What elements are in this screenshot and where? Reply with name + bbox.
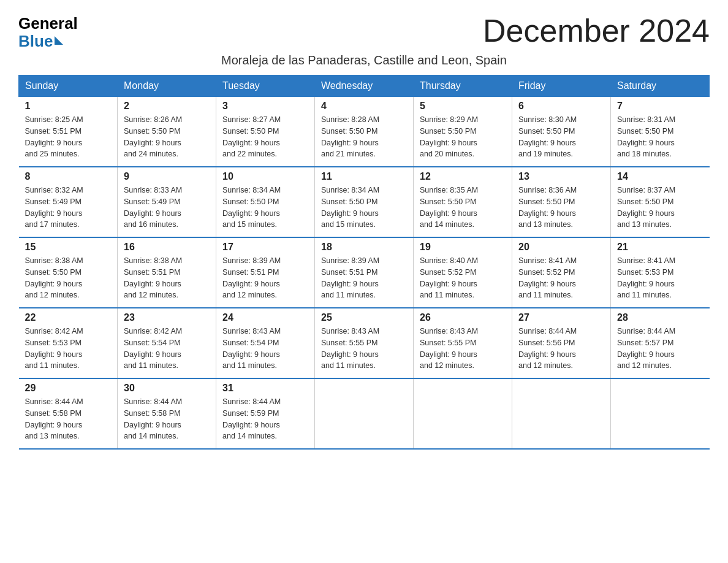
- day-info: Sunrise: 8:43 AM Sunset: 5:55 PM Dayligh…: [420, 326, 506, 372]
- header-monday: Monday: [118, 75, 216, 97]
- day-info: Sunrise: 8:39 AM Sunset: 5:51 PM Dayligh…: [222, 255, 308, 301]
- day-info: Sunrise: 8:41 AM Sunset: 5:53 PM Dayligh…: [617, 255, 703, 301]
- day-info: Sunrise: 8:44 AM Sunset: 5:58 PM Dayligh…: [25, 396, 112, 442]
- day-info: Sunrise: 8:44 AM Sunset: 5:59 PM Dayligh…: [222, 396, 308, 442]
- day-number: 16: [124, 242, 210, 253]
- logo-triangle-icon: [55, 36, 63, 45]
- day-number: 10: [222, 171, 308, 182]
- day-info: Sunrise: 8:43 AM Sunset: 5:54 PM Dayligh…: [222, 326, 308, 372]
- day-number: 30: [124, 383, 210, 394]
- day-info: Sunrise: 8:40 AM Sunset: 5:52 PM Dayligh…: [420, 255, 506, 301]
- calendar-cell: 30 Sunrise: 8:44 AM Sunset: 5:58 PM Dayl…: [118, 378, 216, 449]
- day-info: Sunrise: 8:38 AM Sunset: 5:51 PM Dayligh…: [124, 255, 210, 301]
- calendar-cell: 4 Sunrise: 8:28 AM Sunset: 5:50 PM Dayli…: [315, 97, 414, 167]
- day-info: Sunrise: 8:41 AM Sunset: 5:52 PM Dayligh…: [518, 255, 604, 301]
- day-info: Sunrise: 8:25 AM Sunset: 5:51 PM Dayligh…: [25, 114, 112, 160]
- calendar-cell: 22 Sunrise: 8:42 AM Sunset: 5:53 PM Dayl…: [19, 308, 118, 378]
- day-info: Sunrise: 8:35 AM Sunset: 5:50 PM Dayligh…: [420, 185, 506, 231]
- calendar-cell: 18 Sunrise: 8:39 AM Sunset: 5:51 PM Dayl…: [315, 237, 414, 308]
- day-number: 24: [222, 312, 308, 323]
- day-number: 1: [25, 101, 112, 112]
- calendar-cell: 31 Sunrise: 8:44 AM Sunset: 5:59 PM Dayl…: [216, 378, 315, 449]
- calendar-week-row: 22 Sunrise: 8:42 AM Sunset: 5:53 PM Dayl…: [19, 308, 710, 378]
- calendar-cell: 2 Sunrise: 8:26 AM Sunset: 5:50 PM Dayli…: [118, 97, 216, 167]
- day-number: 7: [617, 101, 703, 112]
- day-number: 31: [222, 383, 308, 394]
- calendar-week-row: 29 Sunrise: 8:44 AM Sunset: 5:58 PM Dayl…: [19, 378, 710, 449]
- header-friday: Friday: [512, 75, 611, 97]
- day-number: 6: [518, 101, 604, 112]
- calendar-cell: 17 Sunrise: 8:39 AM Sunset: 5:51 PM Dayl…: [216, 237, 315, 308]
- calendar-week-row: 15 Sunrise: 8:38 AM Sunset: 5:50 PM Dayl…: [19, 237, 710, 308]
- day-info: Sunrise: 8:42 AM Sunset: 5:53 PM Dayligh…: [25, 326, 112, 372]
- day-number: 19: [420, 242, 506, 253]
- calendar-cell: 6 Sunrise: 8:30 AM Sunset: 5:50 PM Dayli…: [512, 97, 611, 167]
- day-info: Sunrise: 8:44 AM Sunset: 5:58 PM Dayligh…: [124, 396, 210, 442]
- calendar-cell: 15 Sunrise: 8:38 AM Sunset: 5:50 PM Dayl…: [19, 237, 118, 308]
- calendar-cell: [611, 378, 710, 449]
- calendar-cell: 27 Sunrise: 8:44 AM Sunset: 5:56 PM Dayl…: [512, 308, 611, 378]
- day-number: 25: [321, 312, 407, 323]
- day-info: Sunrise: 8:44 AM Sunset: 5:57 PM Dayligh…: [617, 326, 703, 372]
- logo: General Blue: [18, 12, 78, 50]
- day-number: 21: [617, 242, 703, 253]
- day-info: Sunrise: 8:42 AM Sunset: 5:54 PM Dayligh…: [124, 326, 210, 372]
- header-saturday: Saturday: [611, 75, 710, 97]
- header-thursday: Thursday: [414, 75, 512, 97]
- calendar-cell: 9 Sunrise: 8:33 AM Sunset: 5:49 PM Dayli…: [118, 167, 216, 237]
- day-number: 18: [321, 242, 407, 253]
- day-number: 12: [420, 171, 506, 182]
- day-info: Sunrise: 8:33 AM Sunset: 5:49 PM Dayligh…: [124, 185, 210, 231]
- day-number: 22: [25, 312, 112, 323]
- calendar-cell: 8 Sunrise: 8:32 AM Sunset: 5:49 PM Dayli…: [19, 167, 118, 237]
- calendar-cell: 5 Sunrise: 8:29 AM Sunset: 5:50 PM Dayli…: [414, 97, 512, 167]
- calendar-cell: 10 Sunrise: 8:34 AM Sunset: 5:50 PM Dayl…: [216, 167, 315, 237]
- day-info: Sunrise: 8:30 AM Sunset: 5:50 PM Dayligh…: [518, 114, 604, 160]
- calendar-cell: 29 Sunrise: 8:44 AM Sunset: 5:58 PM Dayl…: [19, 378, 118, 449]
- day-info: Sunrise: 8:26 AM Sunset: 5:50 PM Dayligh…: [124, 114, 210, 160]
- day-number: 27: [518, 312, 604, 323]
- day-info: Sunrise: 8:34 AM Sunset: 5:50 PM Dayligh…: [321, 185, 407, 231]
- calendar-cell: 20 Sunrise: 8:41 AM Sunset: 5:52 PM Dayl…: [512, 237, 611, 308]
- logo-general-text: General: [18, 15, 78, 33]
- day-info: Sunrise: 8:36 AM Sunset: 5:50 PM Dayligh…: [518, 185, 604, 231]
- calendar-cell: 11 Sunrise: 8:34 AM Sunset: 5:50 PM Dayl…: [315, 167, 414, 237]
- day-number: 11: [321, 171, 407, 182]
- day-info: Sunrise: 8:37 AM Sunset: 5:50 PM Dayligh…: [617, 185, 703, 231]
- day-number: 8: [25, 171, 112, 182]
- calendar-cell: 24 Sunrise: 8:43 AM Sunset: 5:54 PM Dayl…: [216, 308, 315, 378]
- day-info: Sunrise: 8:38 AM Sunset: 5:50 PM Dayligh…: [25, 255, 112, 301]
- day-number: 26: [420, 312, 506, 323]
- calendar-cell: [315, 378, 414, 449]
- day-info: Sunrise: 8:34 AM Sunset: 5:50 PM Dayligh…: [222, 185, 308, 231]
- day-info: Sunrise: 8:29 AM Sunset: 5:50 PM Dayligh…: [420, 114, 506, 160]
- calendar-cell: 23 Sunrise: 8:42 AM Sunset: 5:54 PM Dayl…: [118, 308, 216, 378]
- day-info: Sunrise: 8:28 AM Sunset: 5:50 PM Dayligh…: [321, 114, 407, 160]
- header-sunday: Sunday: [19, 75, 118, 97]
- day-number: 5: [420, 101, 506, 112]
- calendar-cell: 7 Sunrise: 8:31 AM Sunset: 5:50 PM Dayli…: [611, 97, 710, 167]
- calendar-cell: 21 Sunrise: 8:41 AM Sunset: 5:53 PM Dayl…: [611, 237, 710, 308]
- header-tuesday: Tuesday: [216, 75, 315, 97]
- calendar-cell: [512, 378, 611, 449]
- header-wednesday: Wednesday: [315, 75, 414, 97]
- location-subtitle: Moraleja de las Panaderas, Castille and …: [18, 53, 710, 67]
- day-info: Sunrise: 8:39 AM Sunset: 5:51 PM Dayligh…: [321, 255, 407, 301]
- calendar-cell: 19 Sunrise: 8:40 AM Sunset: 5:52 PM Dayl…: [414, 237, 512, 308]
- day-info: Sunrise: 8:32 AM Sunset: 5:49 PM Dayligh…: [25, 185, 112, 231]
- day-number: 28: [617, 312, 703, 323]
- day-number: 17: [222, 242, 308, 253]
- calendar-cell: 1 Sunrise: 8:25 AM Sunset: 5:51 PM Dayli…: [19, 97, 118, 167]
- day-number: 4: [321, 101, 407, 112]
- calendar-week-row: 1 Sunrise: 8:25 AM Sunset: 5:51 PM Dayli…: [19, 97, 710, 167]
- day-number: 9: [124, 171, 210, 182]
- day-number: 2: [124, 101, 210, 112]
- day-number: 3: [222, 101, 308, 112]
- calendar-week-row: 8 Sunrise: 8:32 AM Sunset: 5:49 PM Dayli…: [19, 167, 710, 237]
- calendar-cell: [414, 378, 512, 449]
- day-info: Sunrise: 8:31 AM Sunset: 5:50 PM Dayligh…: [617, 114, 703, 160]
- day-number: 20: [518, 242, 604, 253]
- calendar-cell: 14 Sunrise: 8:37 AM Sunset: 5:50 PM Dayl…: [611, 167, 710, 237]
- calendar-cell: 16 Sunrise: 8:38 AM Sunset: 5:51 PM Dayl…: [118, 237, 216, 308]
- day-number: 15: [25, 242, 112, 253]
